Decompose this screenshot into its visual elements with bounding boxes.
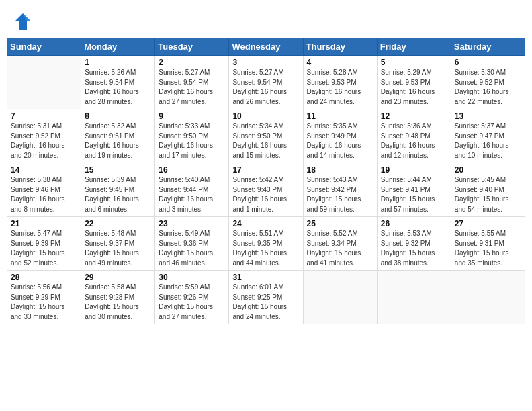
day-info: Sunrise: 5:30 AM Sunset: 9:52 PM Dayligh… bbox=[455, 68, 521, 107]
day-info: Sunrise: 5:38 AM Sunset: 9:46 PM Dayligh… bbox=[11, 175, 77, 214]
day-number: 18 bbox=[307, 165, 373, 175]
day-number: 8 bbox=[85, 111, 151, 121]
calendar-cell: 6Sunrise: 5:30 AM Sunset: 9:52 PM Daylig… bbox=[451, 56, 525, 109]
day-info: Sunrise: 5:59 AM Sunset: 9:26 PM Dayligh… bbox=[159, 283, 225, 322]
day-number: 24 bbox=[232, 219, 299, 228]
calendar-cell: 5Sunrise: 5:29 AM Sunset: 9:53 PM Daylig… bbox=[377, 56, 451, 109]
day-number: 25 bbox=[307, 219, 373, 228]
day-of-week-header: Monday bbox=[81, 38, 155, 56]
calendar-cell: 18Sunrise: 5:43 AM Sunset: 9:42 PM Dayli… bbox=[303, 163, 377, 217]
day-info: Sunrise: 5:43 AM Sunset: 9:42 PM Dayligh… bbox=[307, 175, 373, 214]
calendar-cell: 22Sunrise: 5:48 AM Sunset: 9:37 PM Dayli… bbox=[81, 217, 155, 271]
calendar-cell: 7Sunrise: 5:31 AM Sunset: 9:52 PM Daylig… bbox=[7, 109, 81, 163]
day-info: Sunrise: 5:53 AM Sunset: 9:32 PM Dayligh… bbox=[381, 229, 447, 268]
day-number: 22 bbox=[85, 219, 151, 228]
day-info: Sunrise: 5:32 AM Sunset: 9:51 PM Dayligh… bbox=[85, 122, 151, 161]
calendar-cell: 26Sunrise: 5:53 AM Sunset: 9:32 PM Dayli… bbox=[377, 217, 451, 271]
day-number: 30 bbox=[159, 273, 225, 282]
calendar-cell: 24Sunrise: 5:51 AM Sunset: 9:35 PM Dayli… bbox=[229, 217, 303, 271]
day-number: 21 bbox=[11, 219, 77, 228]
calendar-cell: 10Sunrise: 5:34 AM Sunset: 9:50 PM Dayli… bbox=[229, 109, 303, 163]
calendar-cell: 21Sunrise: 5:47 AM Sunset: 9:39 PM Dayli… bbox=[7, 217, 81, 271]
calendar-cell: 4Sunrise: 5:28 AM Sunset: 9:53 PM Daylig… bbox=[303, 56, 377, 109]
calendar-cell: 29Sunrise: 5:58 AM Sunset: 9:28 PM Dayli… bbox=[81, 271, 155, 324]
day-number: 9 bbox=[159, 111, 225, 121]
page-header bbox=[7, 7, 525, 34]
day-info: Sunrise: 5:40 AM Sunset: 9:44 PM Dayligh… bbox=[159, 175, 225, 214]
logo-icon bbox=[13, 12, 32, 31]
day-number: 2 bbox=[159, 58, 225, 67]
day-info: Sunrise: 5:47 AM Sunset: 9:39 PM Dayligh… bbox=[11, 229, 77, 268]
day-number: 11 bbox=[307, 111, 373, 121]
calendar-cell: 17Sunrise: 5:42 AM Sunset: 9:43 PM Dayli… bbox=[229, 163, 303, 217]
day-info: Sunrise: 5:36 AM Sunset: 9:48 PM Dayligh… bbox=[381, 122, 447, 161]
day-info: Sunrise: 5:51 AM Sunset: 9:35 PM Dayligh… bbox=[232, 229, 299, 268]
day-number: 20 bbox=[455, 165, 521, 175]
logo bbox=[13, 12, 34, 31]
calendar-cell: 16Sunrise: 5:40 AM Sunset: 9:44 PM Dayli… bbox=[155, 163, 229, 217]
day-info: Sunrise: 5:39 AM Sunset: 9:45 PM Dayligh… bbox=[85, 175, 151, 214]
calendar-week-row: 28Sunrise: 5:56 AM Sunset: 9:29 PM Dayli… bbox=[7, 271, 525, 324]
day-info: Sunrise: 5:27 AM Sunset: 9:54 PM Dayligh… bbox=[232, 68, 299, 107]
calendar-cell: 28Sunrise: 5:56 AM Sunset: 9:29 PM Dayli… bbox=[7, 271, 81, 324]
day-info: Sunrise: 5:35 AM Sunset: 9:49 PM Dayligh… bbox=[307, 122, 373, 161]
day-number: 17 bbox=[232, 165, 299, 175]
calendar-cell bbox=[303, 271, 377, 324]
day-number: 29 bbox=[85, 273, 151, 282]
day-number: 27 bbox=[455, 219, 521, 228]
day-info: Sunrise: 5:27 AM Sunset: 9:54 PM Dayligh… bbox=[159, 68, 225, 107]
calendar-cell: 9Sunrise: 5:33 AM Sunset: 9:50 PM Daylig… bbox=[155, 109, 229, 163]
calendar-cell: 31Sunrise: 6:01 AM Sunset: 9:25 PM Dayli… bbox=[229, 271, 303, 324]
calendar-cell: 3Sunrise: 5:27 AM Sunset: 9:54 PM Daylig… bbox=[229, 56, 303, 109]
day-number: 3 bbox=[232, 58, 299, 67]
calendar-cell: 19Sunrise: 5:44 AM Sunset: 9:41 PM Dayli… bbox=[377, 163, 451, 217]
calendar-cell bbox=[377, 271, 451, 324]
day-info: Sunrise: 5:33 AM Sunset: 9:50 PM Dayligh… bbox=[159, 122, 225, 161]
day-info: Sunrise: 5:58 AM Sunset: 9:28 PM Dayligh… bbox=[85, 283, 151, 322]
day-number: 31 bbox=[232, 273, 299, 282]
calendar-cell bbox=[7, 56, 81, 109]
day-number: 4 bbox=[307, 58, 373, 67]
day-number: 16 bbox=[159, 165, 225, 175]
day-number: 1 bbox=[85, 58, 151, 67]
day-info: Sunrise: 5:28 AM Sunset: 9:53 PM Dayligh… bbox=[307, 68, 373, 107]
day-number: 28 bbox=[11, 273, 77, 282]
day-info: Sunrise: 5:56 AM Sunset: 9:29 PM Dayligh… bbox=[11, 283, 77, 322]
day-info: Sunrise: 6:01 AM Sunset: 9:25 PM Dayligh… bbox=[232, 283, 299, 322]
day-info: Sunrise: 5:42 AM Sunset: 9:43 PM Dayligh… bbox=[232, 175, 299, 214]
calendar-cell: 27Sunrise: 5:55 AM Sunset: 9:31 PM Dayli… bbox=[451, 217, 525, 271]
calendar-cell: 30Sunrise: 5:59 AM Sunset: 9:26 PM Dayli… bbox=[155, 271, 229, 324]
day-info: Sunrise: 5:31 AM Sunset: 9:52 PM Dayligh… bbox=[11, 122, 77, 161]
day-number: 12 bbox=[381, 111, 447, 121]
day-info: Sunrise: 5:44 AM Sunset: 9:41 PM Dayligh… bbox=[381, 175, 447, 214]
day-number: 19 bbox=[381, 165, 447, 175]
day-number: 5 bbox=[381, 58, 447, 67]
day-info: Sunrise: 5:49 AM Sunset: 9:36 PM Dayligh… bbox=[159, 229, 225, 268]
calendar-table: SundayMondayTuesdayWednesdayThursdayFrid… bbox=[7, 38, 525, 324]
day-number: 23 bbox=[159, 219, 225, 228]
calendar-cell: 11Sunrise: 5:35 AM Sunset: 9:49 PM Dayli… bbox=[303, 109, 377, 163]
calendar-cell: 1Sunrise: 5:26 AM Sunset: 9:54 PM Daylig… bbox=[81, 56, 155, 109]
day-info: Sunrise: 5:26 AM Sunset: 9:54 PM Dayligh… bbox=[85, 68, 151, 107]
calendar-cell: 23Sunrise: 5:49 AM Sunset: 9:36 PM Dayli… bbox=[155, 217, 229, 271]
calendar-cell: 25Sunrise: 5:52 AM Sunset: 9:34 PM Dayli… bbox=[303, 217, 377, 271]
day-number: 13 bbox=[455, 111, 521, 121]
day-info: Sunrise: 5:48 AM Sunset: 9:37 PM Dayligh… bbox=[85, 229, 151, 268]
calendar-week-row: 21Sunrise: 5:47 AM Sunset: 9:39 PM Dayli… bbox=[7, 217, 525, 271]
calendar-cell: 12Sunrise: 5:36 AM Sunset: 9:48 PM Dayli… bbox=[377, 109, 451, 163]
day-info: Sunrise: 5:52 AM Sunset: 9:34 PM Dayligh… bbox=[307, 229, 373, 268]
day-of-week-header: Friday bbox=[377, 38, 451, 56]
day-info: Sunrise: 5:55 AM Sunset: 9:31 PM Dayligh… bbox=[455, 229, 521, 268]
day-info: Sunrise: 5:34 AM Sunset: 9:50 PM Dayligh… bbox=[232, 122, 299, 161]
day-number: 15 bbox=[85, 165, 151, 175]
day-number: 6 bbox=[455, 58, 521, 67]
calendar-week-row: 7Sunrise: 5:31 AM Sunset: 9:52 PM Daylig… bbox=[7, 109, 525, 163]
day-of-week-header: Sunday bbox=[7, 38, 81, 56]
day-info: Sunrise: 5:45 AM Sunset: 9:40 PM Dayligh… bbox=[455, 175, 521, 214]
day-of-week-header: Saturday bbox=[451, 38, 525, 56]
day-number: 14 bbox=[11, 165, 77, 175]
calendar-cell: 20Sunrise: 5:45 AM Sunset: 9:40 PM Dayli… bbox=[451, 163, 525, 217]
calendar-cell: 2Sunrise: 5:27 AM Sunset: 9:54 PM Daylig… bbox=[155, 56, 229, 109]
day-info: Sunrise: 5:29 AM Sunset: 9:53 PM Dayligh… bbox=[381, 68, 447, 107]
day-of-week-header: Tuesday bbox=[155, 38, 229, 56]
